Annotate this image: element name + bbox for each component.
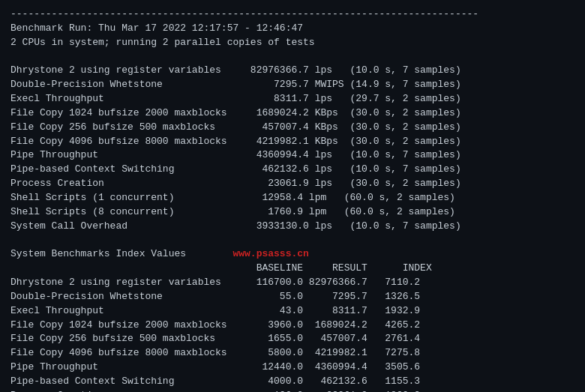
index-execl: Execl Throughput 43.0 8311.7 1932.9 [10,305,420,316]
result-shell1: Shell Scripts (1 concurrent) 12958.4 lpm… [10,192,455,203]
index-filecopy4096: File Copy 4096 bufsize 8000 maxblocks 58… [10,347,420,358]
index-filecopy256: File Copy 256 bufsize 500 maxblocks 1655… [10,333,420,344]
benchmark-run: Benchmark Run: Thu Mar 17 2022 12:17:57 … [10,22,303,34]
index-pipe: Pipe Throughput 12440.0 4360994.4 3505.6 [10,361,420,373]
result-shell8: Shell Scripts (8 concurrent) 1760.9 lpm … [10,206,455,217]
result-filecopy4096: File Copy 4096 bufsize 8000 maxblocks 42… [10,136,461,147]
index-dhrystone: Dhrystone 2 using register variables 116… [10,277,420,288]
result-syscall: System Call Overhead 3933130.0 lps (10.0… [10,220,461,232]
terminal-output: ----------------------------------------… [10,7,574,392]
result-whetstone: Double-Precision Whetstone 7295.7 MWIPS … [10,79,461,90]
result-dhrystone: Dhrystone 2 using register variables 829… [10,64,461,76]
divider: ----------------------------------------… [10,8,478,19]
index-pipe-context: Pipe-based Context Switching 4000.0 4621… [10,376,420,387]
result-execl: Execl Throughput 8311.7 lps (29.7 s, 2 s… [10,93,461,104]
index-whetstone: Double-Precision Whetstone 55.0 7295.7 1… [10,291,420,302]
result-process: Process Creation 23061.9 lps (30.0 s, 2 … [10,178,461,189]
index-filecopy1024: File Copy 1024 bufsize 2000 maxblocks 39… [10,319,420,331]
index-columns-header: BASELINE RESULT INDEX [10,262,432,274]
result-filecopy256: File Copy 256 bufsize 500 maxblocks 4570… [10,121,461,133]
result-pipe-context: Pipe-based Context Switching 462132.6 lp… [10,163,461,175]
result-pipe: Pipe Throughput 4360994.4 lps (10.0 s, 7… [10,149,461,160]
result-filecopy1024: File Copy 1024 bufsize 2000 maxblocks 16… [10,107,461,118]
cpu-info: 2 CPUs in system; running 2 parallel cop… [10,37,315,48]
index-header-line: System Benchmarks Index Values www.psass… [10,248,309,259]
